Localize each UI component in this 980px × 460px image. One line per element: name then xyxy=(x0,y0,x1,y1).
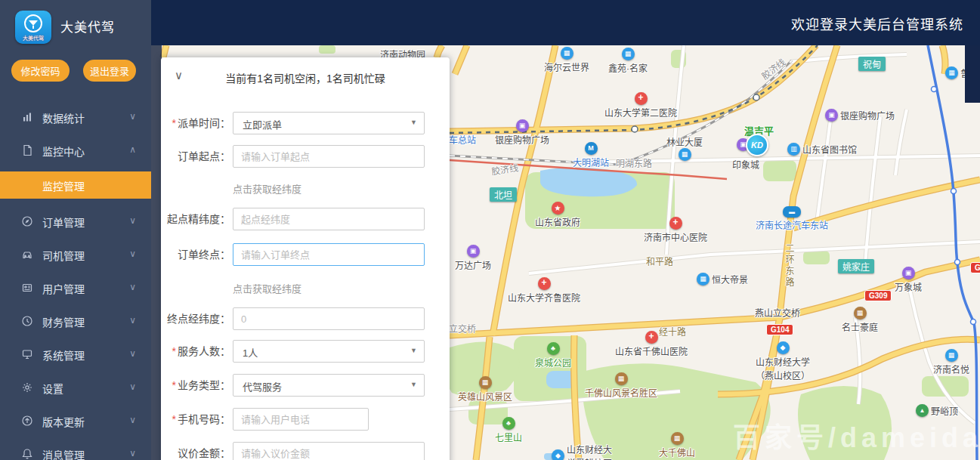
chevron-down-icon: ∨ xyxy=(129,215,136,226)
sidebar-item-user-manage[interactable]: 用户管理∨ xyxy=(0,271,151,304)
get-start-latlng-link[interactable]: 点击获取经纬度 xyxy=(233,181,301,196)
poi-sdufe-yanshan[interactable]: ◆山东财经大学（燕山校区） xyxy=(756,341,810,381)
poi-hengda-dijing[interactable]: ▦恒大帝景 xyxy=(697,272,748,286)
sidebar-item-data-stats[interactable]: 数据统计∨ xyxy=(0,100,151,134)
poi-yinzuo-plaza-1[interactable]: ▣银座购物广场 xyxy=(495,119,549,146)
required-mark: * xyxy=(172,379,176,391)
watermark-text: 百家号/dameidaijia xyxy=(733,415,980,455)
poi-daminghu-station[interactable]: M大明湖站 xyxy=(573,142,609,168)
form-row-dispatch-time: *派单时间： 立即派单▼ xyxy=(161,112,450,134)
poi-wanda-plaza[interactable]: ▣万达广场 xyxy=(455,245,491,271)
shopping-bag-icon: ▣ xyxy=(516,119,529,132)
tree-icon: ♣ xyxy=(502,417,515,430)
bell-icon xyxy=(21,448,33,460)
get-end-latlng-link[interactable]: 点击获取经纬度 xyxy=(233,281,301,295)
poi-sdufe-shungeng[interactable]: ◆山东财经大学舜耕校区 xyxy=(552,442,612,460)
order-end-label: 订单终点： xyxy=(161,243,230,266)
poi-shandong-library[interactable]: ▥山东省图书馆 xyxy=(787,142,857,156)
road-label-erhuan-east: 二环东路 xyxy=(783,243,796,289)
logo-caption: 大美代驾 xyxy=(15,34,51,42)
logout-button[interactable]: 退出登录 xyxy=(83,60,136,82)
form-row-bargain-amount: 议价金额： xyxy=(161,442,450,460)
sidebar-item-driver-manage[interactable]: 司机管理∨ xyxy=(0,238,151,271)
poi-haier-cloud-world[interactable]: ▦海尔云世界 xyxy=(544,47,589,73)
start-latlng-label: 起点精纬度： xyxy=(161,208,230,230)
chevron-down-icon: ∨ xyxy=(129,448,136,458)
dispatch-time-select[interactable]: 立即派单▼ xyxy=(233,112,425,134)
poi-yanshan-bridge[interactable]: 燕山立交桥 xyxy=(755,305,800,319)
poi-bus-terminal-partial[interactable]: 车总站 xyxy=(449,132,476,146)
bargain-amount-input[interactable] xyxy=(233,442,425,460)
service-count-select[interactable]: 1人▼ xyxy=(233,340,425,363)
business-type-select[interactable]: 代驾服务▼ xyxy=(233,374,425,397)
chevron-down-icon: ∨ xyxy=(129,282,136,292)
town-badge-yaojiazhuang[interactable]: 姚家庄 xyxy=(838,259,874,273)
poi-qilishan[interactable]: ♣七里山 xyxy=(495,417,522,443)
map-left-shade xyxy=(151,45,162,460)
form-row-end-latlng: 终点经纬度： xyxy=(161,307,450,330)
required-mark: * xyxy=(172,117,176,129)
end-latlng-input[interactable] xyxy=(233,307,425,330)
sidebar-item-version-update[interactable]: 版本更新∨ xyxy=(0,404,151,437)
temple-icon: ▦ xyxy=(854,307,867,320)
poi-xinyuan[interactable]: ▦鑫苑·名家 xyxy=(608,48,648,74)
id-card-icon xyxy=(21,282,33,294)
sidebar-item-message-manage[interactable]: 消息管理∨ xyxy=(0,437,151,460)
building-icon: ▦ xyxy=(945,349,958,362)
temple-icon: ▦ xyxy=(671,432,684,445)
chevron-down-icon: ∨ xyxy=(129,315,136,326)
poi-quancheng-park[interactable]: ♣泉城公园 xyxy=(535,342,571,369)
bar-chart-icon xyxy=(21,111,33,123)
sidebar-subitem-monitor-manage-active[interactable]: 监控管理 xyxy=(0,171,151,199)
poi-qianfoshan-hospital[interactable]: +山东省千佛山医院 xyxy=(615,331,688,357)
poi-jinan-mingyue[interactable]: ▦济南名悦 xyxy=(933,349,969,375)
chevron-down-icon: ∨ xyxy=(129,348,136,359)
order-end-input[interactable] xyxy=(233,243,425,266)
sidebar-item-settings[interactable]: 设置∨ xyxy=(0,371,151,404)
poi-mingshi-haoting[interactable]: ▦名士豪庭 xyxy=(842,307,878,333)
order-start-input[interactable] xyxy=(233,145,425,168)
poi-yingxiongshan[interactable]: ▦英雄山风景区 xyxy=(458,376,512,403)
poi-linye-tower[interactable]: ▦林业大厦 xyxy=(666,134,703,161)
road-badge-g-partial: G1 xyxy=(970,262,980,273)
sidebar-item-monitor-center[interactable]: 监控中心∧ xyxy=(0,134,151,167)
sidebar-item-finance-manage[interactable]: 财务管理∨ xyxy=(0,304,151,338)
app-title: 大美代驾 xyxy=(60,17,115,36)
dispatch-form-panel: ∨ 当前有1名司机空闲，1名司机忙碌 *派单时间： 立即派单▼ 订单起点： 点击… xyxy=(161,57,450,460)
driver-logo-marker[interactable]: KD xyxy=(746,134,768,156)
required-mark: * xyxy=(172,413,176,425)
road-label-heping: 和平路 xyxy=(646,255,673,267)
end-latlng-label: 终点经纬度： xyxy=(161,307,230,330)
poi-qilu-hospital[interactable]: +山东大学齐鲁医院 xyxy=(508,277,580,304)
poi-qianfoshan-scenic[interactable]: ▦千佛山风景名胜区 xyxy=(585,372,657,399)
hospital-icon: + xyxy=(538,277,551,290)
change-password-button[interactable]: 修改密码 xyxy=(11,60,70,82)
sidebar-item-order-manage[interactable]: 订单管理∨ xyxy=(0,205,151,238)
poi-central-hospital[interactable]: +济南市中心医院 xyxy=(644,217,707,243)
hospital-icon: + xyxy=(669,217,682,230)
driver-marker-cluster[interactable]: 温吉平 ▣ KD 印象城 xyxy=(737,125,790,170)
poi-sdu-second-hospital[interactable]: +山东大学第二医院 xyxy=(604,92,677,119)
upload-arrow-icon xyxy=(21,415,33,427)
select-caret-icon: ▼ xyxy=(410,381,417,388)
building-icon: ▦ xyxy=(697,273,709,286)
poi-yinzuo-plaza-2[interactable]: ▣银座购物广场 xyxy=(825,108,895,122)
form-row-start-latlng: 起点精纬度： xyxy=(161,208,450,230)
start-latlng-input[interactable] xyxy=(233,208,425,230)
sidebar-item-system-manage[interactable]: 系统管理∨ xyxy=(0,338,151,371)
order-start-label: 订单起点： xyxy=(161,145,230,168)
poi-provincial-government[interactable]: ★山东省政府 xyxy=(535,202,580,228)
building-icon: ▦ xyxy=(622,48,635,60)
poi-longdistance-bus-east[interactable]: ▬济南长途汽车东站 xyxy=(756,206,828,231)
topbar: 欢迎登录大美后台管理系统 xyxy=(151,0,980,45)
poi-wanxiangcheng[interactable]: ▣万象城 xyxy=(895,267,922,293)
poi-daqianfoshan[interactable]: ▦大千佛山 xyxy=(659,432,695,458)
phone-input[interactable] xyxy=(233,408,369,431)
town-badge-zhudian[interactable]: 祝甸 xyxy=(858,57,886,71)
town-badge-beitan[interactable]: 北坦 xyxy=(490,187,517,202)
road-label-lijiaoqiao: 立交桥 xyxy=(449,322,476,335)
tree-icon: ♣ xyxy=(547,342,560,355)
bus-icon: ▬ xyxy=(783,206,801,218)
chevron-down-icon: ∨ xyxy=(129,249,136,259)
compass-icon xyxy=(21,215,33,227)
